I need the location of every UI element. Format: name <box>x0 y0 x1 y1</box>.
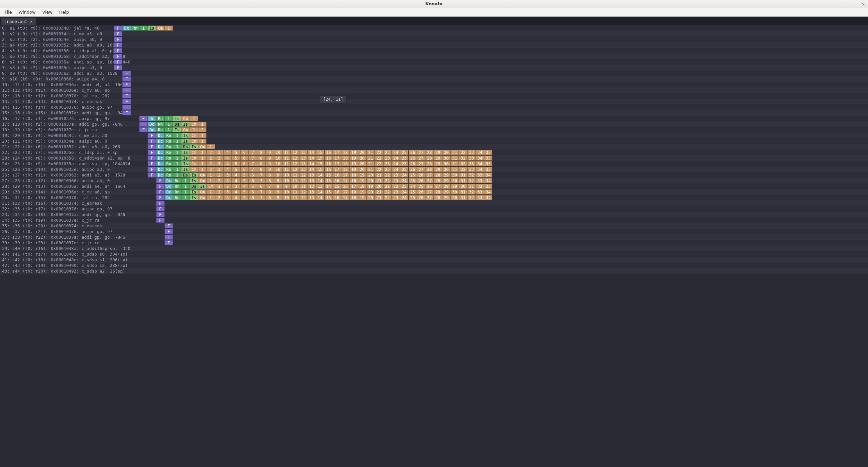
stage-cm: 12 <box>290 156 299 160</box>
stage-cm: 33 <box>476 178 484 183</box>
pipeline-row[interactable]: 23: s24 (t0: r8): 0x00010358: c_addi4spn… <box>0 155 868 161</box>
stage-cm: 28 <box>434 189 442 194</box>
stage-cm: 6 <box>240 167 249 172</box>
stage-cm: 19 <box>349 150 358 155</box>
stage-cm: 9 <box>274 178 282 183</box>
pipeline-row[interactable]: 25: s26 (t0: r10): 0x0001035e: auipc a3,… <box>0 166 868 172</box>
pipeline-row[interactable]: 16: s17 (t0: r1): 0x00010376: auipc gp, … <box>0 116 868 121</box>
pipeline-row[interactable]: 41: s42 (t0: r18): 0x0001048e: c_sdsp s1… <box>0 257 868 262</box>
tab-close-icon[interactable]: × <box>30 19 32 24</box>
pipeline-row[interactable]: 1: s2 (t0: r1): 0x0001034c: c_mv a5, a0F <box>0 31 868 37</box>
pipeline-viewport[interactable]: 0: s1 (t0: r0): 0x00010348: jal ra, 46FD… <box>0 25 868 467</box>
stage-cm: 3 <box>215 161 223 166</box>
stage-cm: 24 <box>409 184 417 189</box>
pipeline-row[interactable]: 5: s6 (t0: r5): 0x00010358: c_addi4spn a… <box>0 54 868 59</box>
stage-cm: Cm <box>190 122 198 127</box>
pipeline-row[interactable]: 17: s18 (t0: r2): 0x0001037a: addi gp, g… <box>0 121 868 127</box>
stage-cm: 16 <box>333 173 341 178</box>
tab-trace-out[interactable]: trace.out × <box>1 18 36 25</box>
pipeline-row[interactable]: 19: s20 (t0: r4): 0x0001034c: c_mv a5, a… <box>0 133 868 138</box>
pipeline-row[interactable]: 20: s21 (t0: r5): 0x0001034e: auipc a0, … <box>0 138 868 144</box>
stage-rn: Rn <box>156 122 164 127</box>
close-icon[interactable]: × <box>861 1 865 7</box>
stage-cm: 28 <box>425 150 434 155</box>
stage-cm: 27 <box>434 184 442 189</box>
pipeline-row[interactable]: 18: s19 (t0: r3): 0x0001037e: c_jr raFDc… <box>0 127 868 133</box>
stage-cm: 2 <box>215 178 223 183</box>
pipeline-row[interactable]: 0: s1 (t0: r0): 0x00010348: jal ra, 46FD… <box>0 25 868 31</box>
pipeline-row[interactable]: 26: s27 (t0: r11): 0x00010362: addi a3, … <box>0 172 868 178</box>
pipeline-row[interactable]: 40: s41 (t0: r17): 0x0001048c: c_sdsp s0… <box>0 251 868 257</box>
stage-cm: 13 <box>316 184 324 189</box>
pipeline-row[interactable]: 2: s3 (t0: r2): 0x0001034e: auipc a0, 0F <box>0 37 868 42</box>
stage-cm: 15 <box>316 156 324 160</box>
stage-rn-count: 1 <box>173 156 181 160</box>
pipeline-row[interactable]: 4: s5 (t0: r4): 0x00010356: c_ldsp a1, 0… <box>0 48 868 54</box>
stage-cm: 26 <box>417 178 425 183</box>
stage-cm: 4 <box>232 189 240 194</box>
stage-cm: 29 <box>434 167 442 172</box>
stage-cm: 29 <box>434 156 442 160</box>
pipeline-row[interactable]: 43: s44 (t0: r20): 0x00010492: c_sdsp a2… <box>0 268 868 274</box>
stage-cm: Cm <box>198 195 207 200</box>
stage-cm: 23 <box>392 178 400 183</box>
menu-view[interactable]: View <box>39 9 56 15</box>
pipeline-row[interactable]: 30: s31 (t0: r15): 0x00010370: jal ra, 2… <box>0 195 868 200</box>
pipeline-row[interactable]: 31: s32 (t0: r16): 0x00010374: c_ebreakF <box>0 200 868 206</box>
stage-f: F <box>122 76 131 82</box>
stage-cm: 24 <box>400 195 408 200</box>
pipeline-row[interactable]: 27: s28 (t0: r12): 0x00010366: auipc a4,… <box>0 178 868 184</box>
menu-help[interactable]: Help <box>56 9 72 15</box>
stage-cm: 9 <box>274 195 282 200</box>
pipeline-row[interactable]: 34: s35 (t0: r19): 0x0001037e: c_jr raF <box>0 217 868 223</box>
menu-window[interactable]: Window <box>15 9 39 15</box>
pipeline-row[interactable]: 10: s11 (t0: r10): 0x0001036a: addi a4, … <box>0 82 868 87</box>
stage-cm: Cm <box>207 184 215 189</box>
pipeline-row[interactable]: 36: s37 (t0: r21): 0x00010376: auipc gp,… <box>0 229 868 234</box>
pipeline-row[interactable]: 12: s13 (t0: r12): 0x00010370: jal ra, 2… <box>0 93 868 99</box>
pipeline-row[interactable]: 21: s22 (t0: r6): 0x00010352: addi a0, a… <box>0 144 868 150</box>
stage-cm: 25 <box>400 167 408 172</box>
pipeline-row[interactable]: 3: s4 (t0: r3): 0x00010352: addi a0, a0,… <box>0 42 868 48</box>
instruction-label: 15: s16 (t0: r15): 0x0001037a: addi gp, … <box>2 110 125 116</box>
pipeline-row[interactable]: 22: s23 (t0: r7): 0x00010356: c_ldsp a1,… <box>0 150 868 155</box>
pipeline-row[interactable]: 32: s33 (t0: r17): 0x00010376: auipc gp,… <box>0 206 868 212</box>
pipeline-row[interactable]: 28: s29 (t0: r13): 0x0001036a: addi a4, … <box>0 184 868 189</box>
pipeline-row[interactable]: 29: s30 (t0: r14): 0x0001036e: c_mv a6, … <box>0 189 868 195</box>
instruction-label: 7: s8 (t0: r7): 0x0001035e: auipc a3, 0 <box>2 65 102 70</box>
pipeline-row[interactable]: 15: s16 (t0: r15): 0x0001037a: addi gp, … <box>0 110 868 116</box>
pipeline-row[interactable]: 24: s25 (t0: r9): 0x0001035a: andi sp, s… <box>0 161 868 166</box>
stage-cm: 5 <box>240 178 249 183</box>
pipeline-row[interactable]: 38: s39 (t0: r23): 0x0001037e: c_jr raF <box>0 240 868 246</box>
stage-cm: Cm <box>190 167 198 172</box>
pipeline-row[interactable]: 9: s10 (t0: r9): 0x00010366: auipc a4, 0… <box>0 76 868 82</box>
stage-cm: 3 <box>223 173 232 178</box>
stage-cm: 32 <box>467 178 476 183</box>
pipeline-row[interactable]: 39: s40 (t0: r16): 0x0001048a: c_addi16s… <box>0 246 868 251</box>
stage-is: Is <box>190 178 198 183</box>
pipeline-row[interactable]: 33: s34 (t0: r18): 0x0001037a: addi gp, … <box>0 212 868 217</box>
stage-cm: 18 <box>341 156 349 160</box>
stage-cm: 22 <box>392 184 400 189</box>
stage-f: F <box>156 218 164 223</box>
stage-cm: 33 <box>484 184 492 189</box>
pipeline-row[interactable]: 13: s14 (t0: r13): 0x00010374: c_ebreakF <box>0 99 868 104</box>
menu-file[interactable]: File <box>1 9 15 15</box>
stage-cm: 12 <box>308 184 316 189</box>
menubar: File Window View Help <box>0 8 868 17</box>
pipeline-row[interactable]: 37: s38 (t0: r22): 0x0001037a: addi gp, … <box>0 234 868 240</box>
pipeline-row[interactable]: 42: s43 (t0: r19): 0x00010490: c_sdsp s2… <box>0 262 868 268</box>
stage-cm: 22 <box>383 189 392 194</box>
stage-cm: 8 <box>257 150 265 155</box>
instruction-label: 3: s4 (t0: r3): 0x00010352: addi a0, a0,… <box>2 42 115 48</box>
instruction-label: 28: s29 (t0: r13): 0x0001036a: addi a4, … <box>2 184 125 189</box>
stage-cm: 10 <box>282 173 290 178</box>
pipeline-row[interactable]: 8: s9 (t0: r8): 0x00010362: addi a3, a3,… <box>0 70 868 76</box>
pipeline-row[interactable]: 14: s15 (t0: r14): 0x00010376: auipc gp,… <box>0 104 868 110</box>
stage-cm: 2 <box>215 173 223 178</box>
pipeline-row[interactable]: 35: s36 (t0: r20): 0x00010374: c_ebreakF <box>0 223 868 229</box>
stage-cm: 31 <box>451 161 459 166</box>
pipeline-row[interactable]: 11: s12 (t0: r11): 0x0001036e: c_mv a6, … <box>0 87 868 93</box>
pipeline-row[interactable]: 6: s7 (t0: r6): 0x0001035a: andi sp, sp,… <box>0 59 868 65</box>
pipeline-row[interactable]: 7: s8 (t0: r7): 0x0001035e: auipc a3, 0F <box>0 65 868 70</box>
